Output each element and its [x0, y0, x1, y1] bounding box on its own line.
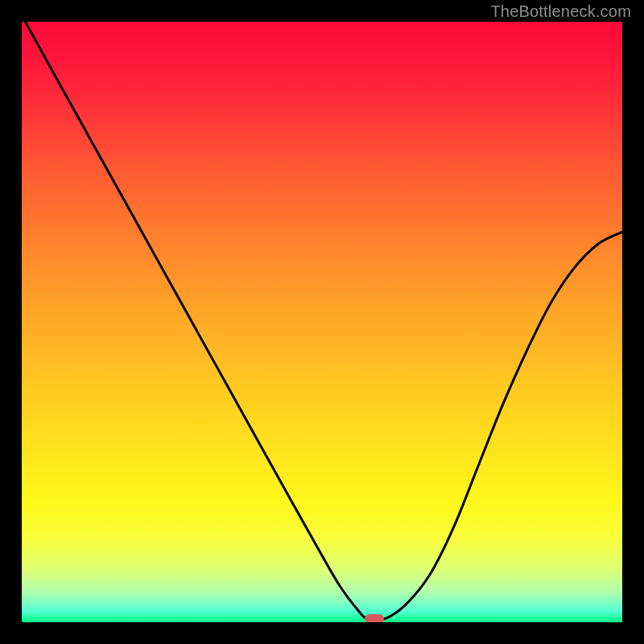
chart-frame: TheBottleneck.com	[0, 0, 644, 644]
watermark-text: TheBottleneck.com	[490, 2, 631, 21]
bottleneck-curve	[22, 22, 622, 622]
plot-area	[22, 22, 622, 622]
minimum-marker	[365, 614, 384, 622]
